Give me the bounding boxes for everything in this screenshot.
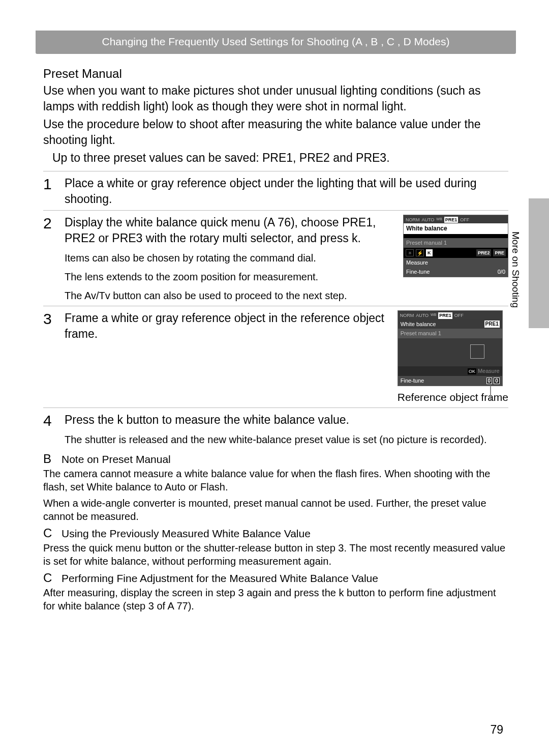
lcd-top-norm: NORM [400,312,414,318]
step-text: Press the k button to measure the white … [65,412,508,428]
note-icon: B [43,452,62,466]
page-header: Changing the Frequently Used Settings fo… [36,31,516,54]
lcd-top-off: OFF [460,217,469,223]
note-title: Note on Preset Manual [62,453,171,466]
step-text: Place a white or gray reference object u… [65,176,508,207]
lcd-title: White balance [404,223,508,234]
wb-icon: ⚡ [416,249,424,256]
step-sub-3: The Av/Tv button can also be used to pro… [65,289,397,303]
note-body: Press the quick menu button or the shutt… [43,541,508,568]
step-number: 3 [43,310,65,404]
step-sub-1: The shutter is released and the new whit… [65,433,508,447]
wb-k-icon: K [426,249,433,256]
note-2: C Using the Previously Measured White Ba… [43,526,508,540]
lcd-measure: Measure [406,259,428,267]
lcd-top-pre1: PRE1 [438,312,452,318]
step-4: 4 Press the k button to measure the whit… [43,408,508,450]
lcd-figure-1: NORM AUTO WB PRE1 OFF White balance Pres… [403,215,508,277]
note-body: After measuring, display the screen in s… [43,586,508,613]
note-body: When a wide-angle converter is mounted, … [43,497,508,523]
lcd-top-wb: WB [431,312,436,318]
lcd-finetune-value: 0/0 [498,268,505,276]
note-title: Using the Previously Measured White Bala… [62,528,311,540]
lcd-finetune: Fine-tune [406,268,430,276]
lcd-preset-row: Preset manual 1 [404,238,508,248]
note-3: C Performing Fine Adjustment for the Mea… [43,571,508,585]
reference-pointer-line [490,386,491,400]
reference-frame-box [470,344,484,359]
section-title: Preset Manual [43,67,508,81]
note-icon: C [43,526,62,540]
wb-icon: ☀ [406,249,414,256]
note-1: B Note on Preset Manual [43,452,508,466]
body-para-1: Use when you want to make pictures shot … [43,83,508,114]
step-1: 1 Place a white or gray reference object… [43,171,508,210]
lcd-finetune: Fine-tune [401,377,424,385]
lcd-measure: Measure [478,368,500,374]
reference-frame-caption: Reference object frame [398,390,508,404]
lcd-title: White balance [401,321,436,328]
step-sub-1: Items can also be chosen by rotating the… [65,251,397,265]
body-bullet: Up to three preset values can be saved: … [52,150,508,166]
lcd-figure-2: NORM AUTO WB PRE1 OFF White balance PRE1… [398,310,503,386]
lcd-top-off: OFF [454,312,464,318]
step-text: Frame a white or gray reference object i… [65,310,391,342]
lcd-top-wb: WB [436,217,442,223]
lcd-pre-badge: PRE1 [484,321,500,328]
step-sub-2: The lens extends to the zoom position fo… [65,270,397,284]
lcd-ft-v2: 0 [494,377,500,384]
note-title: Performing Fine Adjustment for the Measu… [62,572,378,585]
lcd-top-pre1: PRE1 [444,217,459,223]
lcd-preset-row: Preset manual 1 [398,329,502,338]
note-body: The camera cannot measure a white balanc… [43,467,508,493]
note-icon: C [43,571,62,585]
step-number: 4 [43,412,65,447]
wb-pre2: PRE2 [476,249,492,256]
step-2: 2 Display the white balance quick menu (… [43,210,508,306]
page-number: 79 [490,723,503,737]
ok-icon: OK [468,368,476,374]
lcd-top-auto: AUTO [416,312,429,318]
lcd-top-auto: AUTO [422,217,435,223]
step-text: Display the white balance quick menu (A … [65,215,397,246]
lcd-ft-v1: 0 [486,377,493,384]
wb-pre3: PRE [493,249,506,256]
lcd-top-norm: NORM [406,217,420,223]
step-3: 3 Frame a white or gray reference object… [43,306,508,408]
body-para-2: Use the procedure below to shoot after m… [43,117,508,148]
step-number: 2 [43,215,65,303]
step-number: 1 [43,176,65,207]
